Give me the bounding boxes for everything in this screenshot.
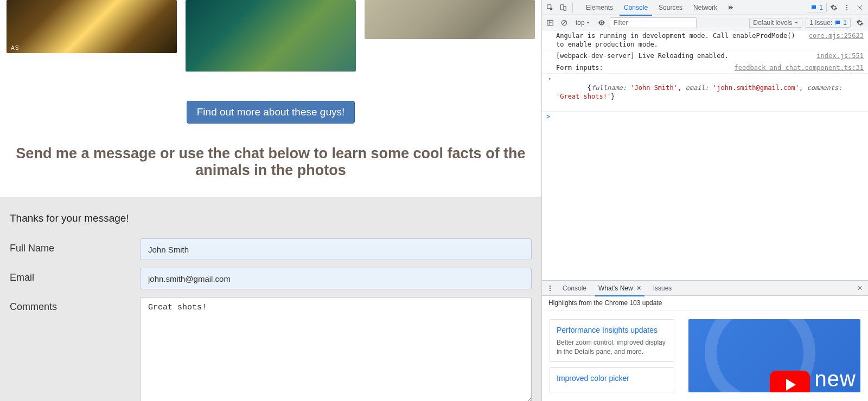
close-drawer-icon[interactable] [854,282,866,294]
console-row: Form inputs: feedback-and-chat.component… [542,62,868,74]
issues-badge[interactable]: 1 [807,3,827,12]
issues-chip-count: 1 [843,19,847,27]
divider [572,3,573,12]
svg-rect-2 [564,6,566,10]
console-object: {fullname: 'John Smith', email: 'john.sm… [556,75,864,110]
log-levels-label: Default levels [753,19,792,27]
devtools-main-tabs: Elements Console Sources Network [580,0,741,15]
console-row-object[interactable]: {fullname: 'John Smith', email: 'john.sm… [542,74,868,112]
svg-point-10 [550,288,551,289]
console-settings-icon[interactable] [854,17,866,29]
email-label: Email [10,268,140,283]
app-page: AS Find out more about these guys! Send … [0,0,541,401]
svg-point-8 [601,22,603,24]
learn-more-button[interactable]: Find out more about these guys! [187,101,355,124]
tab-elements[interactable]: Elements [580,0,618,15]
svg-point-11 [550,290,551,291]
kebab-menu-icon[interactable] [841,2,853,14]
drawer-tab-whats-new[interactable]: What's New [593,281,647,296]
execution-context-select[interactable]: top [572,19,593,27]
console-source-link[interactable]: index.js:551 [811,51,864,60]
card-title: Improved color picker [557,373,667,383]
fullname-label: Full Name [10,238,140,254]
settings-icon[interactable] [828,2,840,14]
console-source-link[interactable]: feedback-and-chat.component.ts:31 [729,63,864,72]
section-subheading: Send me a message or use the chat below … [11,145,531,179]
photo-watermark: AS [11,45,19,51]
whats-new-video[interactable]: new [688,319,860,392]
drawer-tab-label: What's New [598,284,633,292]
console-message: [webpack-dev-server] Live Reloading enab… [556,51,811,60]
issues-badge-count: 1 [819,4,823,11]
live-expression-icon[interactable] [596,17,608,29]
tab-console[interactable]: Console [618,0,653,15]
whats-new-card[interactable]: Performance Insights updates Better zoom… [550,319,674,362]
photo-1: AS [7,0,177,53]
drawer-tab-issues[interactable]: Issues [648,281,678,296]
execution-context-label: top [576,19,585,27]
svg-point-3 [846,4,847,5]
devtools-top-bar: Elements Console Sources Network 1 [542,0,868,15]
svg-rect-6 [547,20,553,25]
console-prompt[interactable]: > [542,112,868,121]
comments-label: Comments [10,297,140,313]
comments-textarea[interactable]: Great shots! [140,297,532,401]
console-source-link[interactable]: core.mjs:25623 [803,31,864,49]
thanks-heading: Thanks for your message! [10,212,532,224]
whats-new-content: Performance Insights updates Better zoom… [542,311,868,401]
svg-rect-1 [560,4,564,9]
promo-text: new [815,367,856,391]
console-message: Form inputs: [556,63,729,72]
console-sidebar-toggle-icon[interactable] [544,17,556,29]
devtools-drawer: Console What's New Issues Highlights fro… [542,280,868,401]
drawer-kebab-icon[interactable] [544,282,556,294]
console-message: Angular is running in development mode. … [556,31,803,49]
whats-new-card[interactable]: Improved color picker [550,367,674,392]
email-input[interactable] [140,268,532,289]
tab-sources[interactable]: Sources [653,0,688,15]
drawer-subtitle: Highlights from the Chrome 103 update [542,296,868,311]
tab-more-icon[interactable] [723,0,741,15]
issues-chip-label: 1 Issue: [809,19,832,27]
card-title: Performance Insights updates [557,325,667,335]
log-levels-select[interactable]: Default levels [749,18,802,28]
fullname-input[interactable] [140,238,532,260]
svg-point-9 [550,286,551,287]
devtools-panel: Elements Console Sources Network 1 [541,0,868,401]
photo-row: AS [0,0,541,72]
play-icon [770,371,810,392]
inspect-element-icon[interactable] [544,2,556,14]
console-toolbar: top Default levels 1 Issue: 1 [542,15,868,30]
photo-2 [186,0,356,72]
close-tab-icon[interactable] [636,286,641,290]
drawer-tab-console[interactable]: Console [557,281,592,296]
issues-chip[interactable]: 1 Issue: 1 [806,18,851,28]
svg-point-4 [846,7,847,8]
feedback-form: Thanks for your message! Full Name Email… [0,197,541,401]
console-row: [webpack-dev-server] Live Reloading enab… [542,50,868,62]
close-devtools-icon[interactable] [854,2,866,14]
svg-point-5 [846,9,847,10]
tab-network[interactable]: Network [688,0,723,15]
device-toggle-icon[interactable] [557,2,569,14]
console-output: Angular is running in development mode. … [542,30,868,121]
clear-console-icon[interactable] [558,17,570,29]
console-filter-input[interactable] [610,17,697,28]
console-row: Angular is running in development mode. … [542,30,868,50]
card-description: Better zoom control, improved display in… [557,338,667,355]
drawer-tabs: Console What's New Issues [542,281,868,296]
photo-3 [365,0,535,39]
